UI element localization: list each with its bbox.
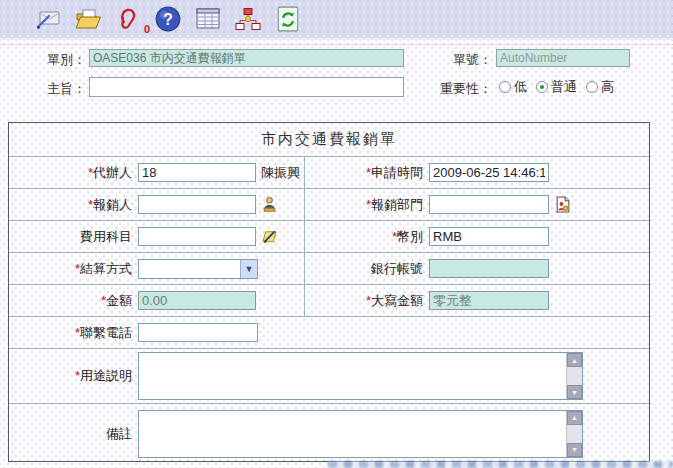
form-row-remarks: 備註 ▲ ▼ xyxy=(9,404,649,463)
scroll-up-icon[interactable]: ▲ xyxy=(567,411,582,425)
attachment-icon[interactable]: 0 xyxy=(114,5,142,33)
importance-radio-group: 低 普通 高 xyxy=(499,78,614,96)
scroll-down-icon[interactable]: ▼ xyxy=(567,385,582,399)
radio-icon[interactable] xyxy=(586,81,598,93)
claim-dept-input[interactable] xyxy=(429,195,549,214)
category-picker-icon[interactable] xyxy=(261,228,278,245)
apply-time-label: *申請時間 xyxy=(304,157,428,188)
claim-dept-label: *報銷部門 xyxy=(304,189,428,220)
doc-type-input xyxy=(89,49,404,67)
scroll-up-icon[interactable]: ▲ xyxy=(567,353,582,367)
radio-label: 低 xyxy=(514,78,527,96)
expense-form-window: 0 ? xyxy=(0,0,673,468)
form-row-agent: *代辦人 陳振興 *申請時間 xyxy=(9,157,649,189)
settlement-label: *結算方式 xyxy=(9,260,137,278)
open-folder-icon[interactable] xyxy=(74,5,102,33)
person-picker-icon[interactable] xyxy=(261,196,278,213)
remarks-scrollbar[interactable]: ▲ ▼ xyxy=(566,411,582,457)
importance-option-normal[interactable]: 普通 xyxy=(536,78,577,96)
doc-no-input xyxy=(496,49,630,67)
currency-input[interactable] xyxy=(429,227,549,246)
settlement-select[interactable]: ▼ xyxy=(138,259,258,279)
agent-name-text: 陳振興 xyxy=(261,164,300,182)
contact-phone-input[interactable] xyxy=(138,323,258,342)
agent-input[interactable] xyxy=(138,163,256,182)
document-header: 單別： 單號： 主旨： 重要性： 低 普通 高 xyxy=(0,44,673,120)
bank-account-label: 銀行帳號 xyxy=(304,253,428,284)
importance-label: 重要性： xyxy=(436,80,492,98)
remarks-textarea[interactable] xyxy=(139,411,566,457)
importance-option-high[interactable]: 高 xyxy=(586,78,614,96)
remarks-label: 備註 xyxy=(9,425,137,443)
form-row-purpose: *用途説明 ▲ ▼ xyxy=(9,349,649,404)
claimant-label: *報銷人 xyxy=(9,196,137,214)
workflow-icon[interactable] xyxy=(234,5,262,33)
scroll-down-icon[interactable]: ▼ xyxy=(567,443,582,457)
radio-label: 普通 xyxy=(551,78,577,96)
bottom-watermark xyxy=(328,461,673,468)
form-row-amount: *金額 *大寫金額 xyxy=(9,285,649,317)
contact-phone-label: *聯繫電話 xyxy=(9,324,137,342)
form-title: 市内交通費報銷單 xyxy=(9,123,649,157)
department-picker-icon[interactable] xyxy=(554,196,571,213)
amount-words-label: *大寫金額 xyxy=(304,285,428,316)
help-icon[interactable]: ? xyxy=(154,5,182,33)
mail-send-icon[interactable] xyxy=(34,5,62,33)
report-icon[interactable] xyxy=(194,5,222,33)
subject-label: 主旨： xyxy=(18,80,86,98)
purpose-textarea-frame: ▲ ▼ xyxy=(138,352,583,400)
importance-option-low[interactable]: 低 xyxy=(499,78,527,96)
remarks-textarea-frame: ▲ ▼ xyxy=(138,410,583,458)
form-row-category: 費用科目 *幣別 xyxy=(9,221,649,253)
expense-form: 市内交通費報銷單 *代辦人 陳振興 *申請時間 *報銷人 xyxy=(8,122,650,462)
subject-input[interactable] xyxy=(89,77,404,97)
form-row-phone: *聯繫電話 xyxy=(9,317,649,349)
claimant-input[interactable] xyxy=(138,195,256,214)
currency-label: *幣別 xyxy=(304,221,428,252)
refresh-icon[interactable] xyxy=(274,5,302,33)
form-row-settlement: *結算方式 ▼ 銀行帳號 xyxy=(9,253,649,285)
radio-label: 高 xyxy=(601,78,614,96)
amount-words-input xyxy=(429,291,549,310)
doc-no-label: 單號： xyxy=(436,51,492,69)
svg-text:?: ? xyxy=(163,10,173,28)
radio-icon[interactable] xyxy=(499,81,511,93)
doc-type-label: 單別： xyxy=(18,51,86,69)
bank-account-input xyxy=(429,259,549,278)
form-row-claimant: *報銷人 *報銷部門 xyxy=(9,189,649,221)
amount-label: *金額 xyxy=(9,292,137,310)
attachment-count-badge: 0 xyxy=(144,23,150,35)
agent-label: *代辦人 xyxy=(9,164,137,182)
expense-category-label: 費用科目 xyxy=(9,228,137,246)
purpose-label: *用途説明 xyxy=(9,367,137,385)
radio-icon[interactable] xyxy=(536,81,548,93)
purpose-scrollbar[interactable]: ▲ ▼ xyxy=(566,353,582,399)
purpose-textarea[interactable] xyxy=(139,353,566,399)
amount-input xyxy=(138,291,256,310)
expense-category-input[interactable] xyxy=(138,227,256,246)
chevron-down-icon[interactable]: ▼ xyxy=(240,260,257,278)
apply-time-input[interactable] xyxy=(429,163,549,182)
toolbar: 0 ? xyxy=(0,0,673,40)
